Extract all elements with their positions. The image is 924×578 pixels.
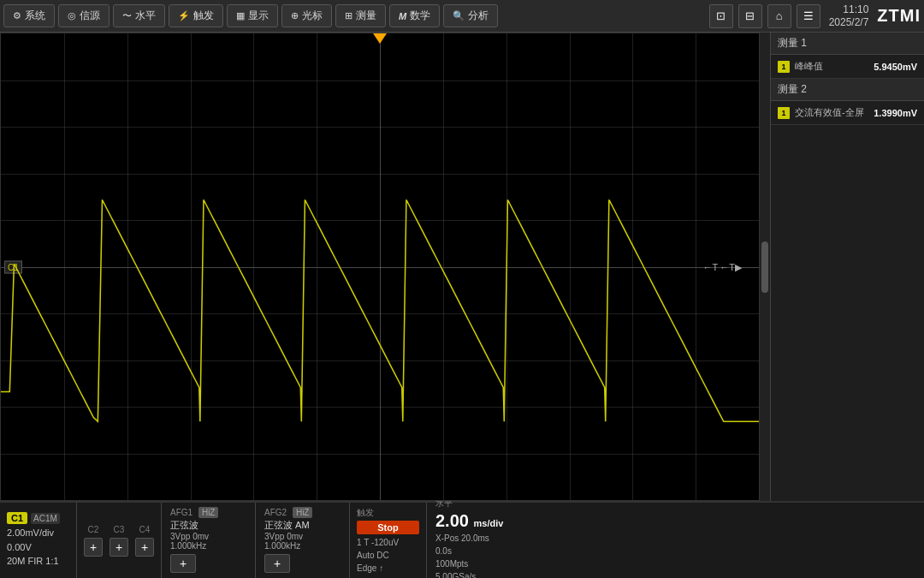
afg1-header: AFG1 HiZ [170,508,246,517]
trigger-header: 触发 [357,507,419,519]
cursor-btn[interactable]: ⊕ 光标 [281,4,332,27]
horiz-params: X-Pos 20.0ms 0.0s 100Mpts 5.00GSa/s [435,532,538,578]
afg2-plus-btn[interactable]: + [264,554,290,573]
display-icon: ▦ [236,10,245,21]
afg2-hiz: HiZ [293,507,313,518]
measure-row-1: 1 峰峰值 5.9450mV [771,55,924,79]
afg1-wave: 正弦波 [170,519,246,532]
scope-screen: ←T▶ C1 [0,33,760,501]
top-right-info: ⊡ ⊟ ⌂ ☰ 11:10 2025/2/7 ZTMI [702,3,921,28]
trigger-icon: ⚡ [178,10,190,21]
measure-ch-badge-2: 1 [778,107,790,119]
trigger-section: 触发 Stop 1 T -120uV Auto DC Edge ↑ [350,503,427,578]
afg2-freq: 1.000kHz [264,541,341,551]
ch3-plus-btn[interactable]: + [110,538,128,557]
brand-logo: ZTMI [877,6,921,26]
signal-icon: ◎ [68,10,76,21]
system-label: 系统 [25,9,45,23]
scope-scrollbar-thumb[interactable] [761,241,768,293]
icon-btn-4[interactable]: ☰ [797,4,820,28]
horiz-memory: 100Mpts [435,557,538,570]
top-toolbar: 系统 ◎ 信源 〜 水平 ⚡ 触发 ▦ 显示 ⊕ 光标 ⊞ 测量 M 数学 🔍 … [0,0,924,33]
afg1-offset: 0mv [192,532,209,541]
afg1-hiz: HiZ [198,507,219,518]
ch4-plus-btn[interactable]: + [135,538,154,557]
horiz-unit: ms/div [474,518,504,528]
trigger-label: 触发 [193,9,214,23]
afg1-section: AFG1 HiZ 正弦波 3Vpp 0mv 1.000kHz + [162,503,256,578]
current-time: 11:10 [829,3,869,15]
afg2-offset: 0mv [287,532,303,541]
math-icon: M [399,11,406,21]
ch2-label: C2 [88,525,99,534]
icon-btn-2[interactable]: ⊟ [738,4,762,28]
measure-row-2: 1 交流有效值-全屏 1.3990mV [771,101,924,125]
measure-value-1: 5.9450mV [874,62,917,72]
afg2-wave: 正弦波 AM [264,519,341,532]
source-label: 信源 [80,9,100,23]
ch3-col: C3 + [110,525,128,557]
afg1-name: AFG1 [170,508,192,517]
ch3-label: C3 [114,525,125,534]
afg2-section: AFG2 HiZ 正弦波 AM 3Vpp 0mv 1.000kHz + [256,503,350,578]
ch1-filter: FIR [27,556,43,566]
display-label: 显示 [248,9,269,23]
analysis-icon: 🔍 [453,10,465,21]
measure-btn[interactable]: ⊞ 测量 [335,4,386,27]
icon-btn-1[interactable]: ⊡ [709,4,733,28]
icon-btn-3[interactable]: ⌂ [767,4,791,28]
horizontal-label: 水平 [135,9,156,23]
system-btn[interactable]: 系统 [3,4,55,27]
measure-icon: ⊞ [345,10,352,21]
trigger-mode: Auto DC [357,549,419,562]
horiz-sample-rate: 5.00GSa/s [435,570,538,578]
afg1-vpp: 3Vpp [170,532,190,541]
measure-section-1-title: 测量 1 [771,33,924,55]
time-display: 11:10 2025/2/7 [829,3,869,28]
ch2-plus-btn[interactable]: + [84,538,103,557]
math-label: 数学 [410,9,430,23]
horiz-main: 2.00 ms/div [435,511,538,530]
measure-label-1: 峰峰值 [795,60,868,73]
afg1-params: 3Vpp 0mv [170,532,246,541]
waveform-svg [1,33,759,500]
ch1-badge[interactable]: C1 [7,512,27,524]
ch1-probe: 1:1 [45,556,58,566]
afg1-plus-btn[interactable]: + [170,554,196,573]
afg2-header: AFG2 HiZ [264,508,341,517]
measure-value-2: 1.3990mV [874,108,917,118]
afg2-name: AFG2 [264,508,287,517]
trigger-info: 1 T -120uV Auto DC Edge ↑ [357,536,419,575]
ch1-offset: 0.00V [7,540,69,555]
scope-scrollbar[interactable] [760,33,770,501]
bottom-bar: C1 AC1M 2.00mV/div 0.00V 20M FIR 1:1 C2 … [0,501,924,578]
channel-c1-section: C1 AC1M 2.00mV/div 0.00V 20M FIR 1:1 [0,503,77,578]
source-btn[interactable]: ◎ 信源 [58,4,110,27]
afg2-vpp: 3Vpp [264,532,284,541]
measure-section-2-title: 测量 2 [771,79,924,101]
ch1-info: 2.00mV/div 0.00V 20M FIR 1:1 [7,526,69,569]
analysis-btn[interactable]: 🔍 分析 [443,4,498,27]
horiz-delay: 0.0s [435,545,538,557]
horizontal-btn[interactable]: 〜 水平 [113,4,165,27]
afg1-freq: 1.000kHz [170,541,246,551]
gear-icon [13,10,21,21]
horiz-timebase: 2.00 [435,511,469,530]
ch1-coupling: AC1M [31,513,60,524]
measure-label-2: 交流有效值-全屏 [795,106,868,119]
display-btn[interactable]: ▦ 显示 [227,4,278,27]
horiz-xpos: X-Pos 20.0ms [435,532,538,545]
cursor-label: 光标 [302,9,323,23]
ch1-vdiv: 2.00mV/div [7,526,69,540]
cursor-icon: ⊕ [291,10,299,21]
toolbar-icons: ⊡ ⊟ ⌂ ☰ [709,4,820,28]
measure-ch-badge-1: 1 [778,61,790,73]
math-btn[interactable]: M 数学 [389,4,440,27]
trigger-btn[interactable]: ⚡ 触发 [169,4,223,27]
measure-label: 测量 [356,9,376,23]
ch1-bw: 20M [7,556,25,566]
trigger-edge: Edge ↑ [357,562,419,575]
ch1-bw-probe: 20M FIR 1:1 [7,554,69,569]
stop-btn[interactable]: Stop [357,521,419,534]
channels-mid: C2 + C3 + C4 + [77,503,162,578]
